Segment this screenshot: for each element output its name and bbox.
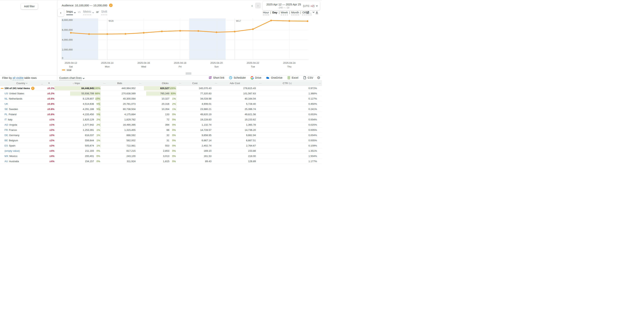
info-icon[interactable]: i: [109, 3, 112, 7]
column-header-clicks[interactable]: Clicks: [144, 82, 169, 85]
column-header-cost[interactable]: Cost: [184, 82, 212, 85]
drive-link[interactable]: Drive: [250, 76, 262, 79]
country-name: Sweden: [9, 108, 18, 110]
table-header-row: Country ⋯ + ↓ Imps ⋯ Bids ⋯ Clicks ⋯ Cos…: [0, 80, 322, 86]
country-metrics-table: Country ⋯ + ↓ Imps ⋯ Bids ⋯ Clicks ⋯ Cos…: [0, 80, 322, 164]
excel-link[interactable]: Excel: [287, 76, 298, 79]
audience-label: Audience: 10,100,000 — 10,200,000: [62, 4, 107, 7]
date-next-button[interactable]: ›: [255, 2, 261, 8]
cost-column-menu[interactable]: ⋯: [212, 82, 220, 85]
info-icon[interactable]: i: [31, 87, 34, 90]
x-axis-date-label: 2025-04-18: [174, 61, 186, 64]
country-name: Australia: [9, 160, 19, 163]
download-icon[interactable]: [315, 11, 319, 15]
clicks-percent: 100%: [169, 87, 176, 90]
granularity-option-week[interactable]: Week: [281, 11, 288, 15]
column-header-country[interactable]: Country ⋯: [0, 82, 44, 85]
chart-back-button[interactable]: ‹: [58, 9, 64, 16]
ctr-cell: 1.177%: [264, 160, 318, 163]
country-cell[interactable]: AOAngola: [4, 123, 44, 126]
custom-chart-lines-dropdown[interactable]: Custom chart lines: [59, 76, 84, 80]
cost-cell: 169.10: [184, 149, 212, 152]
compare-metric-dropdown[interactable]: Metric: [83, 10, 94, 15]
cost-cell: 161.53: [184, 155, 212, 157]
table-row[interactable]: BEBelgium±2%556,6441%582,002310%6,667.14…: [0, 138, 322, 143]
clicks-column-menu[interactable]: ⋯: [176, 82, 184, 85]
adv_cost-cell: 14,736.20: [220, 129, 257, 131]
scheduler-link[interactable]: Scheduler: [229, 76, 246, 79]
clicks-value: 72: [144, 118, 169, 121]
table-row[interactable]: PLPoland±0.8%4,155,4505%4,175,6841330%49…: [0, 112, 322, 117]
country-cell[interactable]: AUAustralia: [4, 160, 44, 163]
cost-cell: 1,132.74: [184, 123, 212, 126]
imps-column-menu[interactable]: ⋯: [101, 82, 108, 85]
sampling-error-cell: ±4%: [44, 149, 54, 152]
table-row[interactable]: AOAngola±1%1,577,9422%16,490,3953940%1,1…: [0, 122, 322, 127]
country-cell[interactable]: MXMexico: [4, 155, 44, 157]
country-cell[interactable]: NLNetherlands: [4, 97, 44, 100]
country-cell[interactable]: FRFrance: [4, 129, 44, 131]
open-in-new-icon[interactable]: [306, 11, 309, 15]
clicks-value: 66: [144, 129, 169, 131]
country-cell[interactable]: 100 of 241 total itemsi: [4, 87, 44, 90]
country-cell[interactable]: DEGermany: [4, 134, 44, 137]
shift-toggle[interactable]: Shift: [101, 10, 107, 15]
sampling-error-cell: ±0.8%: [44, 102, 54, 105]
legend-label-total[interactable]: total: [67, 69, 72, 71]
column-header-bids[interactable]: Bids: [108, 82, 136, 85]
upper-section: Add filter Audience: 10,100,000 — 10,200…: [0, 0, 322, 80]
table-row[interactable]: FRFrance±2%1,253,3911%1,315,455660%14,72…: [0, 127, 322, 133]
onedrive-link[interactable]: OneDrive: [266, 76, 282, 79]
imps-value: 8,129,807: [54, 97, 94, 100]
country-cell[interactable]: ESSpain: [4, 144, 44, 147]
add-column-button[interactable]: +: [44, 81, 54, 85]
csv-link[interactable]: CSV: [303, 76, 313, 79]
imps-percent: 100%: [94, 87, 101, 90]
country-cell[interactable]: PLPoland: [4, 113, 44, 116]
bids-column-menu[interactable]: ⋯: [136, 82, 144, 85]
country-cell[interactable]: UK: [4, 102, 44, 105]
column-header-ctr[interactable]: CTR f(x): [264, 82, 318, 85]
granularity-option-month[interactable]: Month: [291, 11, 299, 15]
utc-selector[interactable]: (UTC +2): [303, 4, 320, 7]
add-filter-button[interactable]: Add filter: [21, 3, 38, 9]
country-cell[interactable]: BEBelgium: [4, 139, 44, 142]
ctr-column-menu[interactable]: ⋯: [318, 82, 322, 85]
table-row[interactable]: USUnited States±0.2%55,936,79966%270,638…: [0, 91, 322, 96]
table-total-row[interactable]: 100 of 241 total itemsi±0.2%84,448,94510…: [0, 86, 322, 91]
country-cell[interactable]: (empty value): [4, 149, 44, 152]
y-axis-tick-label: 0: [62, 57, 63, 59]
ctr-cell: 1.351%: [264, 149, 318, 152]
primary-metric-dropdown[interactable]: Imps: [66, 10, 76, 15]
column-header-imps[interactable]: ↓ Imps: [54, 82, 94, 85]
table-row[interactable]: MXMexico±4%200,4010%243,1003,0130%161.53…: [0, 154, 322, 159]
imps-value: 84,448,945: [54, 87, 94, 90]
granularity-option-day[interactable]: Day: [272, 11, 278, 14]
table-row[interactable]: NLNetherlands±0.6%8,129,80710%40,300,084…: [0, 96, 322, 101]
granularity-option-hour[interactable]: Hour: [263, 11, 269, 15]
table-row[interactable]: DEGermany±2%818,0371%888,592320%9,658.95…: [0, 133, 322, 138]
clicks-cell: 3,0130%: [144, 154, 176, 159]
country-column-menu[interactable]: ⋯: [41, 82, 43, 85]
table-row[interactable]: SESweden±0.8%4,291,1885%80,738,50410,354…: [0, 107, 322, 112]
table-row[interactable]: UK±0.8%4,514,6365%20,781,07320,3162%4,90…: [0, 101, 322, 107]
cost-cell: 77,320.83: [184, 92, 212, 95]
column-header-adv-cost[interactable]: Adv Cost: [220, 82, 257, 85]
country-cell[interactable]: SESweden: [4, 108, 44, 110]
country-cell[interactable]: ITItaly: [4, 118, 44, 121]
short-link-link[interactable]: Short link: [208, 76, 224, 79]
table-row[interactable]: AUAustralia±4%154,1570%311,9241,8150%89.…: [0, 159, 322, 164]
table-row[interactable]: (empty value)±4%211,1930%817,2152,8530%1…: [0, 148, 322, 154]
adv-cost-column-menu[interactable]: ⋯: [257, 82, 264, 85]
date-range-picker[interactable]: 2025 Apr 12 — 2025 Apr 25 -14d — -1d (UT…: [262, 1, 320, 10]
table-gear-icon[interactable]: ⚙: [317, 76, 320, 79]
date-prev-button[interactable]: ‹: [250, 3, 255, 8]
time-series-chart[interactable]: W16W1702,000,0004,000,0006,000,0008,000,…: [0, 17, 322, 71]
country-cell[interactable]: USUnited States: [4, 92, 44, 95]
table-row[interactable]: ITItaly±1%1,620,1292%1,829,782720%19,228…: [0, 117, 322, 122]
all-visible-link[interactable]: all visible: [13, 76, 24, 80]
country-code: US: [4, 92, 8, 95]
table-row[interactable]: ESSpain±2%505,6741%722,9815530%2,402.742…: [0, 143, 322, 148]
sampling-error-cell: ±4%: [44, 155, 54, 157]
chart-resize-handle[interactable]: [186, 73, 191, 75]
